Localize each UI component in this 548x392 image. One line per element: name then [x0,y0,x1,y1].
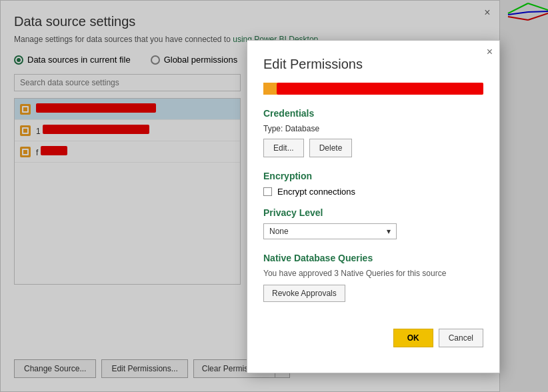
encryption-section-title: Encryption [263,171,483,181]
svg-line-1 [528,3,548,10]
background-chart [501,0,548,33]
edit-dialog-title: Edit Permissions [263,57,483,72]
revoke-approvals-button[interactable]: Revoke Approvals [263,285,345,302]
redacted-connection-string [277,83,483,95]
encrypt-connections-row: Encrypt connections [263,187,483,197]
cancel-button[interactable]: Cancel [439,329,483,347]
credentials-type-label: Type: Database [263,124,483,133]
native-queries-section-title: Native Database Queries [263,253,483,263]
credentials-edit-button[interactable]: Edit... [263,139,304,157]
db-icon-small [263,83,277,95]
credentials-buttons: Edit... Delete [263,139,483,157]
encrypt-connections-label: Encrypt connections [277,187,355,197]
privacy-level-dropdown[interactable]: None ▾ [263,223,397,239]
privacy-level-section-title: Privacy Level [263,207,483,218]
privacy-level-value: None [269,227,289,236]
dialog-bottom-buttons: OK Cancel [263,329,483,347]
svg-line-2 [508,17,528,20]
edit-permissions-dialog: × Edit Permissions Credentials Type: Dat… [247,40,500,373]
credentials-section-title: Credentials [263,108,483,119]
edit-dialog-close-button[interactable]: × [487,46,493,58]
credentials-delete-button[interactable]: Delete [309,139,353,157]
encrypt-connections-checkbox[interactable] [263,187,272,196]
ok-button[interactable]: OK [393,329,433,347]
svg-line-3 [528,13,548,20]
connection-string-bar [263,83,483,95]
native-queries-description: You have approved 3 Native Queries for t… [263,269,483,278]
privacy-level-arrow: ▾ [387,227,391,236]
svg-line-5 [528,11,548,12]
